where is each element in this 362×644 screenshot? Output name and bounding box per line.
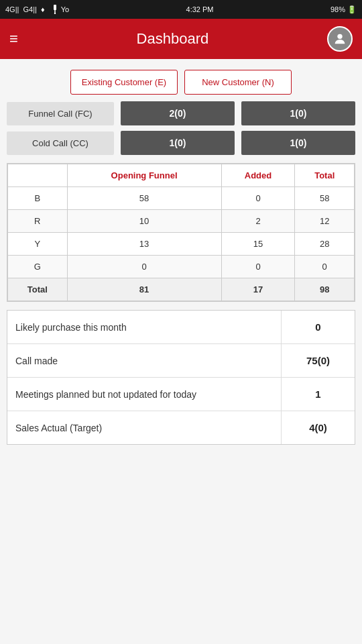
col-header-total: Total xyxy=(295,164,355,187)
table-row: Y 13 15 28 xyxy=(8,233,355,256)
stat-row: Likely purchase this month 0 xyxy=(7,311,355,344)
stat-value: 0 xyxy=(281,311,355,343)
toolbar: ≡ Dashboard xyxy=(0,19,362,59)
stat-row: Meetings planned but not updated for tod… xyxy=(7,378,355,411)
funnel-call-row: Funnel Call (FC) 2(0) 1(0) xyxy=(7,101,355,125)
funnel-call-new-value[interactable]: 1(0) xyxy=(241,101,355,125)
main-content: Existing Customer (E) New Customer (N) F… xyxy=(0,59,362,458)
funnel-call-existing-value[interactable]: 2(0) xyxy=(121,101,235,125)
table-cell-label: B xyxy=(8,187,68,210)
stat-label: Sales Actual (Target) xyxy=(7,412,281,444)
stat-row: Sales Actual (Target) 4(0) xyxy=(7,411,355,444)
table-cell-added: 2 xyxy=(221,210,295,233)
cold-call-new-value[interactable]: 1(0) xyxy=(241,131,355,155)
col-header-added: Added xyxy=(221,164,295,187)
existing-customer-button[interactable]: Existing Customer (E) xyxy=(70,70,178,95)
signal-text: 4G|| G4|| ♦ xyxy=(5,5,49,13)
table-cell-label: Y xyxy=(8,233,68,256)
table-cell-added: 15 xyxy=(221,233,295,256)
table-row: Total 81 17 98 xyxy=(8,278,355,301)
funnel-table: Opening Funnel Added Total B 58 0 58 R 1… xyxy=(7,164,355,301)
profile-button[interactable] xyxy=(327,26,353,52)
table-cell-opening: 81 xyxy=(67,278,221,301)
table-cell-total: 28 xyxy=(295,233,355,256)
user-icon xyxy=(333,32,347,46)
status-left: 4G|| G4|| ♦ Yo xyxy=(5,5,69,14)
stat-value: 4(0) xyxy=(281,411,355,444)
battery-text: 98% 🔋 xyxy=(330,5,357,14)
customer-type-row: Existing Customer (E) New Customer (N) xyxy=(7,70,355,95)
table-cell-added: 0 xyxy=(221,256,295,278)
new-customer-button[interactable]: New Customer (N) xyxy=(184,70,292,95)
table-row: B 58 0 58 xyxy=(8,187,355,210)
stats-section: Likely purchase this month 0 Call made 7… xyxy=(7,310,355,445)
usb-icon xyxy=(52,5,58,14)
status-right: 98% 🔋 xyxy=(330,5,357,14)
col-header-opening: Opening Funnel xyxy=(67,164,221,187)
table-row: G 0 0 0 xyxy=(8,256,355,278)
svg-point-3 xyxy=(337,34,342,39)
stat-label: Likely purchase this month xyxy=(7,311,281,343)
cold-call-row: Cold Call (CC) 1(0) 1(0) xyxy=(7,131,355,155)
table-cell-total: 12 xyxy=(295,210,355,233)
table-cell-opening: 0 xyxy=(67,256,221,278)
menu-button[interactable]: ≡ xyxy=(9,30,18,48)
svg-point-2 xyxy=(54,13,56,14)
table-row: R 10 2 12 xyxy=(8,210,355,233)
stat-value: 75(0) xyxy=(281,344,355,377)
cold-call-label: Cold Call (CC) xyxy=(7,131,114,155)
table-cell-added: 17 xyxy=(221,278,295,301)
col-header-label xyxy=(8,164,68,187)
table-cell-total: 98 xyxy=(295,278,355,301)
stat-label: Meetings planned but not updated for tod… xyxy=(7,378,281,411)
status-bar: 4G|| G4|| ♦ Yo 4:32 PM 98% 🔋 xyxy=(0,0,362,19)
table-header-row: Opening Funnel Added Total xyxy=(8,164,355,187)
cold-call-existing-value[interactable]: 1(0) xyxy=(121,131,235,155)
stat-row: Call made 75(0) xyxy=(7,344,355,378)
table-cell-label: R xyxy=(8,210,68,233)
table-cell-total: 58 xyxy=(295,187,355,210)
table-cell-total: 0 xyxy=(295,256,355,278)
table-cell-opening: 13 xyxy=(67,233,221,256)
table-cell-label: G xyxy=(8,256,68,278)
table-cell-opening: 10 xyxy=(67,210,221,233)
table-cell-added: 0 xyxy=(221,187,295,210)
stat-value: 1 xyxy=(281,378,355,411)
funnel-table-container: Opening Funnel Added Total B 58 0 58 R 1… xyxy=(7,163,355,302)
stat-label: Call made xyxy=(7,345,281,377)
network-badge: Yo xyxy=(61,5,69,13)
funnel-call-label: Funnel Call (FC) xyxy=(7,102,114,125)
table-cell-label: Total xyxy=(8,278,68,301)
table-cell-opening: 58 xyxy=(67,187,221,210)
status-time: 4:32 PM xyxy=(186,5,214,13)
page-title: Dashboard xyxy=(137,30,209,48)
svg-rect-0 xyxy=(54,5,56,10)
